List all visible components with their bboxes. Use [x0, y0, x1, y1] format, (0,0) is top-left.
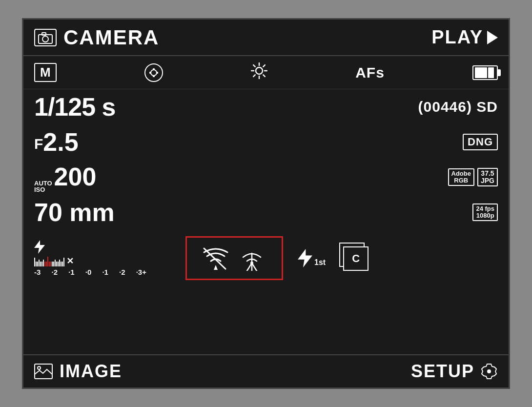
- iso-value: 200: [54, 162, 97, 191]
- play-button[interactable]: PLAY: [431, 27, 498, 48]
- shutter-row: 1/125 s (00446) SD: [23, 89, 509, 124]
- auto-label: AUTO: [34, 180, 52, 186]
- svg-marker-24: [298, 249, 312, 267]
- svg-point-3: [151, 70, 157, 76]
- adobe-label: Adobe: [451, 170, 471, 177]
- aperture-value: F2.5: [34, 127, 79, 157]
- svg-rect-7: [157, 72, 158, 74]
- svg-line-14: [263, 75, 265, 77]
- flash-sync-label: 1st: [314, 249, 326, 267]
- svg-line-20: [247, 263, 252, 271]
- svg-line-16: [253, 75, 255, 77]
- copy-buffer-area: C: [339, 243, 372, 274]
- play-icon: [487, 31, 498, 44]
- svg-rect-5: [153, 76, 155, 77]
- transmitter-icon: [238, 245, 266, 271]
- mode-indicator: M: [34, 63, 57, 82]
- setup-section[interactable]: SETUP: [411, 361, 498, 382]
- metering-icon: [144, 63, 163, 82]
- svg-rect-4: [153, 68, 155, 70]
- svg-rect-6: [149, 72, 151, 74]
- svg-point-1: [42, 36, 48, 42]
- fps-value: 24 fps: [476, 205, 494, 212]
- status-row: M AFs: [23, 56, 509, 89]
- iso-label: ISO: [34, 186, 52, 193]
- play-label: PLAY: [431, 27, 483, 48]
- rgb-label: RGB: [451, 177, 471, 184]
- aperture-row: F2.5 DNG: [23, 124, 509, 160]
- jpg-quality-value: 37.5: [481, 170, 494, 177]
- svg-point-26: [38, 366, 41, 369]
- bottom-bar: IMAGE SETUP: [23, 354, 509, 387]
- exposure-comp-icon: [251, 62, 267, 82]
- iso-display: AUTO ISO 200: [34, 162, 96, 193]
- image-label: IMAGE: [60, 361, 122, 382]
- iso-labels: AUTO ISO: [34, 176, 52, 193]
- flash-sync-area: 1st: [298, 249, 326, 267]
- svg-line-15: [263, 65, 265, 67]
- svg-line-13: [253, 65, 255, 67]
- exp-label-row: -3 ·2 ·1 ·0 ·1 ·2 ·3+: [34, 268, 146, 276]
- camera-title: CAMERA: [63, 26, 159, 49]
- svg-line-18: [204, 248, 225, 269]
- exp-top: [34, 240, 45, 254]
- setup-icon: [480, 363, 498, 380]
- jpg-quality-box: 37.5 JPG: [477, 168, 498, 187]
- iso-row: AUTO ISO 200 Adobe RGB 37.5 JPG: [23, 160, 509, 195]
- exp-plus-x: ✕: [66, 256, 74, 266]
- battery-fill: [475, 67, 487, 78]
- copy-buffer-label: C: [352, 252, 360, 265]
- wifi-icon: [203, 246, 228, 270]
- shutter-speed: 1/125 s: [34, 92, 116, 122]
- exposure-meter: ✕ -3 ·2 ·1 ·0 ·1 ·2 ·3+: [34, 240, 176, 276]
- setup-label: SETUP: [411, 361, 474, 382]
- slot-info: (00446) SD: [418, 99, 498, 115]
- top-bar-left: CAMERA: [34, 26, 159, 49]
- svg-line-22: [252, 263, 257, 271]
- wifi-area[interactable]: [185, 236, 283, 280]
- controls-row: ✕ -3 ·2 ·1 ·0 ·1 ·2 ·3+: [23, 230, 509, 286]
- image-section[interactable]: IMAGE: [34, 361, 122, 382]
- top-bar: CAMERA PLAY: [23, 20, 509, 56]
- focal-length-row: 70 mm 24 fps 1080p: [23, 195, 509, 230]
- jpg-label: JPG: [481, 177, 494, 184]
- image-icon: [34, 364, 53, 379]
- aperture-number: 2.5: [43, 128, 78, 156]
- camera-screen: CAMERA PLAY M: [22, 18, 510, 389]
- exp-scale: ✕: [34, 256, 74, 266]
- fps-box: 24 fps 1080p: [472, 204, 498, 222]
- svg-rect-2: [42, 33, 46, 35]
- svg-point-8: [256, 67, 263, 74]
- right-badges: Adobe RGB 37.5 JPG: [448, 168, 498, 187]
- resolution-value: 1080p: [476, 212, 494, 219]
- af-mode-label: AFs: [355, 64, 385, 81]
- focal-length: 70 mm: [34, 198, 115, 227]
- mode-label: M: [40, 65, 51, 80]
- flash-sync-icon: [298, 249, 312, 267]
- svg-marker-17: [34, 240, 45, 254]
- f-prefix: F: [34, 136, 43, 152]
- format-box: DNG: [463, 134, 498, 150]
- battery-fill2: [488, 67, 494, 78]
- flash-left-icon: [34, 240, 45, 254]
- camera-icon: [34, 29, 57, 46]
- adobe-rgb-box: Adobe RGB: [448, 168, 474, 186]
- copy-c-label: C: [343, 246, 368, 271]
- battery-icon: [472, 65, 498, 80]
